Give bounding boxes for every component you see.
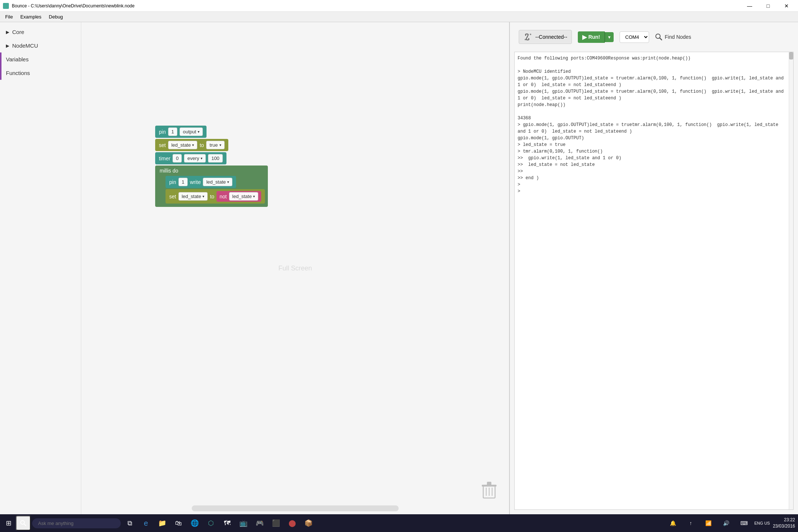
output-arrow-icon: ▾	[198, 130, 200, 134]
output-label: output	[183, 129, 196, 134]
to-label: to	[200, 142, 204, 148]
task-view-button[interactable]: ⧉	[122, 516, 137, 531]
to-inner-label: to	[210, 194, 214, 200]
led-state-inner-label: led_state	[182, 194, 201, 199]
main-layout: ▶ Core ▶ NodeMCU Variables Functions Ful…	[0, 22, 798, 514]
taskbar-search-input[interactable]	[32, 518, 121, 528]
console-scrollbar-thumb[interactable]	[789, 52, 793, 59]
connected-icon	[524, 33, 532, 41]
trash-icon[interactable]	[480, 480, 498, 501]
keyboard-icon[interactable]: ⌨	[737, 516, 751, 531]
every-value[interactable]: 100	[208, 154, 223, 163]
search-button[interactable]	[16, 516, 31, 531]
pin-inner-label: pin	[169, 179, 176, 185]
connected-button[interactable]: --Connected--	[519, 30, 572, 44]
timer-label: timer	[159, 156, 170, 161]
sidebar-item-variables[interactable]: Variables	[0, 52, 81, 66]
svg-line-11	[24, 524, 26, 526]
led-state-inner-dropdown[interactable]: led_state ▾	[178, 192, 208, 201]
taskbar-search-icon	[20, 520, 27, 526]
led-state-arrow-icon: ▾	[192, 143, 194, 147]
nodemcu-arrow-icon: ▶	[6, 43, 9, 48]
timer-block[interactable]: timer 0 every ▾ 100	[155, 152, 226, 164]
taskbar-right: 🔔 ↑ 📶 🔊 ⌨ ENG US 23:22 23/03/2016	[666, 516, 795, 531]
taskbar-chrome-icon[interactable]: 🌐	[187, 516, 202, 531]
write-var-dropdown[interactable]: led_state ▾	[203, 178, 232, 186]
millis-do-block: millis do pin 1 write led_state ▾	[155, 166, 268, 207]
set-inner-block[interactable]: set led_state ▾ to not led_state ▾	[166, 189, 265, 204]
menu-file[interactable]: File	[1, 13, 17, 21]
find-nodes-label: Find Nodes	[665, 34, 691, 40]
run-dropdown-button[interactable]: ▾	[605, 32, 614, 42]
volume-icon[interactable]: 🔊	[719, 516, 734, 531]
console-scrollbar[interactable]	[789, 52, 793, 509]
taskbar-clock: 23:22 23/03/2016	[773, 517, 795, 529]
taskbar-edge-icon[interactable]: e	[139, 516, 153, 531]
taskbar-vscode-icon[interactable]: ⬛	[269, 516, 283, 531]
pin-value[interactable]: 1	[168, 127, 177, 136]
core-arrow-icon: ▶	[6, 30, 9, 35]
taskbar-app2-icon[interactable]: 🎮	[252, 516, 267, 531]
horizontal-scrollbar[interactable]	[192, 505, 399, 511]
write-var-label: led_state	[206, 179, 226, 185]
wifi-icon[interactable]: 📶	[701, 516, 716, 531]
not-label: not	[219, 194, 226, 200]
set-inner-label: set	[169, 194, 176, 200]
window-controls[interactable]: — □ ✕	[741, 0, 795, 12]
millis-wrap[interactable]: millis do pin 1 write led_state ▾	[155, 166, 268, 207]
not-block[interactable]: not led_state ▾	[216, 191, 261, 202]
every-label: every	[187, 156, 199, 161]
app-icon	[3, 3, 9, 9]
run-label: Run!	[588, 34, 600, 40]
minimize-button[interactable]: —	[741, 0, 758, 12]
taskbar-store-icon[interactable]: 🛍	[171, 516, 186, 531]
update-icon[interactable]: ↑	[683, 516, 698, 531]
set-block[interactable]: set led_state ▾ to true ▾	[155, 139, 228, 151]
pin-block-row: pin 1 output ▾	[155, 126, 268, 138]
led-state-dropdown[interactable]: led_state ▾	[168, 141, 198, 149]
svg-point-7	[530, 34, 531, 35]
run-button[interactable]: ▶ Run!	[578, 31, 605, 43]
svg-line-9	[660, 38, 662, 40]
pin-inner-value[interactable]: 1	[178, 178, 188, 186]
menu-debug[interactable]: Debug	[45, 13, 66, 21]
sidebar-item-core[interactable]: ▶ Core	[0, 25, 81, 39]
taskbar-maps-icon[interactable]: 🗺	[220, 516, 235, 531]
write-var-arrow-icon: ▾	[227, 180, 229, 184]
led-state-final-label: led_state	[232, 194, 252, 199]
notification-icon[interactable]: 🔔	[666, 516, 681, 531]
sidebar-item-nodemcu[interactable]: ▶ NodeMCU	[0, 39, 81, 52]
pin-block[interactable]: pin 1 output ▾	[155, 126, 207, 138]
close-button[interactable]: ✕	[778, 0, 795, 12]
true-arrow-icon: ▾	[219, 143, 221, 147]
menu-examples[interactable]: Examples	[17, 13, 45, 21]
canvas-area[interactable]: Full Screen pin 1 output ▾ set	[81, 22, 510, 514]
output-dropdown[interactable]: output ▾	[180, 127, 203, 136]
taskbar-folder-icon[interactable]: 📁	[155, 516, 170, 531]
watermark: Full Screen	[278, 265, 312, 272]
true-dropdown[interactable]: true ▾	[206, 141, 224, 149]
led-state-final-dropdown[interactable]: led_state ▾	[229, 192, 259, 201]
taskbar-app4-icon[interactable]: 📦	[301, 516, 316, 531]
taskbar-media-icon[interactable]: 📺	[236, 516, 251, 531]
pin-write-block[interactable]: pin 1 write led_state ▾	[166, 176, 236, 188]
console-output: Found the following ports:COM49600Respon…	[518, 55, 790, 195]
write-label: write	[190, 179, 201, 185]
timer-block-row: timer 0 every ▾ 100	[155, 152, 268, 165]
run-group: ▶ Run! ▾	[578, 31, 614, 43]
taskbar-app1-icon[interactable]: ⬡	[204, 516, 218, 531]
start-button[interactable]: ⊞	[3, 518, 14, 529]
taskbar-app3-icon[interactable]: ⬤	[285, 516, 300, 531]
console-area[interactable]: Found the following ports:COM49600Respon…	[514, 52, 794, 510]
every-dropdown[interactable]: every ▾	[184, 154, 206, 163]
toolbar-area: --Connected-- ▶ Run! ▾ COM4 Find No	[510, 22, 798, 52]
menu-bar: File Examples Debug	[0, 12, 798, 22]
find-nodes-button[interactable]: Find Nodes	[655, 33, 691, 41]
sidebar: ▶ Core ▶ NodeMCU Variables Functions	[0, 22, 81, 514]
led-state-label: led_state	[171, 142, 191, 148]
play-icon: ▶	[582, 34, 587, 41]
maximize-button[interactable]: □	[760, 0, 777, 12]
com-select[interactable]: COM4	[620, 31, 649, 43]
timer-value[interactable]: 0	[173, 154, 182, 163]
sidebar-item-functions[interactable]: Functions	[0, 66, 81, 80]
